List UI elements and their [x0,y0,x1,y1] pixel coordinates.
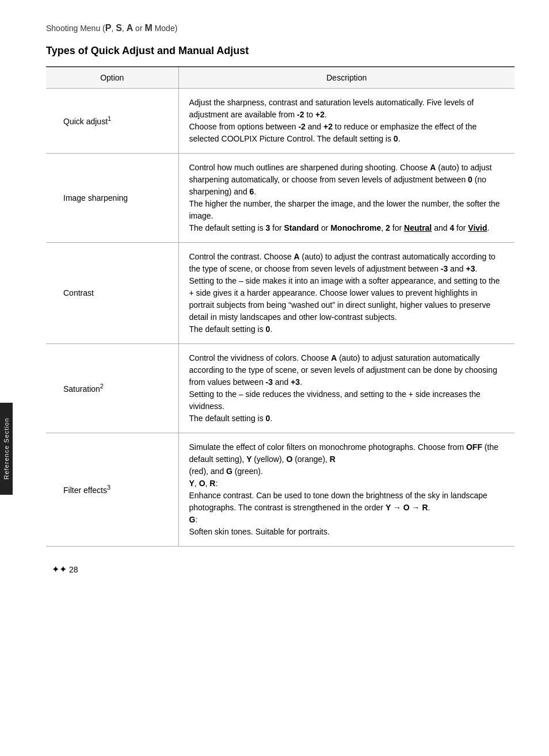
section-title: Types of Quick Adjust and Manual Adjust [46,45,514,57]
table-row: ContrastControl the contrast. Choose A (… [46,243,514,344]
option-cell-2: Contrast [46,243,178,344]
side-tab-label: Reference Section [3,418,10,480]
desc-cell-3: Control the vividness of colors. Choose … [178,344,514,433]
desc-cell-4: Simulate the effect of color filters on … [178,433,514,547]
option-cell-1: Image sharpening [46,154,178,243]
header-text-before: Shooting Menu ( [46,24,105,33]
main-table: Option Description Quick adjust1Adjust t… [46,66,514,547]
col-option-header: Option [46,67,178,89]
option-cell-4: Filter effects3 [46,433,178,547]
table-row: Quick adjust1Adjust the sharpness, contr… [46,89,514,154]
header-comma2: , [122,24,127,33]
table-row: Image sharpeningControl how much outline… [46,154,514,243]
header-bold-a: A [127,23,134,33]
table-header-row: Option Description [46,67,514,89]
footer-icon: ✦✦ [52,564,67,575]
reference-section-tab: Reference Section [0,403,13,495]
option-cell-0: Quick adjust1 [46,89,178,154]
page-footer: ✦✦28 [46,564,514,575]
table-row: Saturation2Control the vividness of colo… [46,344,514,433]
header-bold-p: P [105,23,112,33]
desc-cell-1: Control how much outlines are sharpened … [178,154,514,243]
page-number: 28 [69,565,78,574]
page-subtitle: Shooting Menu (P, S, A or M Mode) [46,23,514,33]
page-container: Reference Section Shooting Menu (P, S, A… [0,0,549,609]
option-cell-3: Saturation2 [46,344,178,433]
header-bold-m: M [144,23,152,33]
header-bold-s: S [116,23,122,33]
table-row: Filter effects3Simulate the effect of co… [46,433,514,547]
header-middle: or [133,24,144,33]
header-end: Mode) [152,24,178,33]
col-desc-header: Description [178,67,514,89]
desc-cell-2: Control the contrast. Choose A (auto) to… [178,243,514,344]
desc-cell-0: Adjust the sharpness, contrast and satur… [178,89,514,154]
